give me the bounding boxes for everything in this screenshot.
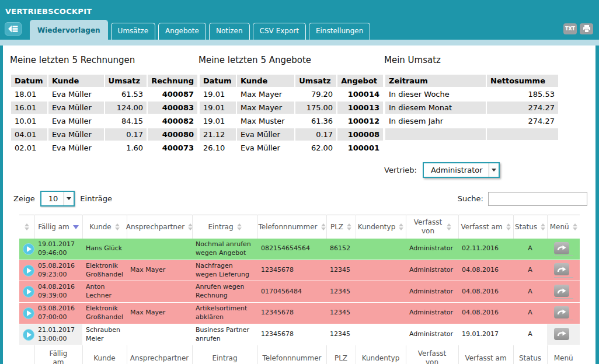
sort-icon <box>321 223 326 230</box>
collapse-icon <box>8 25 18 33</box>
table-row: In dieser Woche185.53 <box>385 88 558 100</box>
expand-row-button[interactable] <box>23 329 34 341</box>
table-row <box>385 128 558 140</box>
redo-arrow-icon <box>557 330 566 337</box>
footer-verfasst-am: Verfasst am <box>458 345 513 364</box>
app-root: { "app": { "title": "VERTRIEBSCOCKPIT" }… <box>0 0 599 364</box>
col-datum: Datum <box>200 75 236 87</box>
footer-expand <box>19 345 34 364</box>
redo-arrow-icon <box>557 309 566 316</box>
table-row: 19.01.201709:46:00 Hans Glück Nochmal an… <box>19 239 580 260</box>
row-menu-button[interactable] <box>554 242 569 254</box>
table-row: 21.01.201713:00:00 Schrauben Meier Busin… <box>19 324 580 345</box>
panel-title-offers: Meine letzten 5 Angebote <box>198 55 384 65</box>
table-row: 19.01Max Mayer79.20100014 <box>200 88 383 100</box>
panel-my-revenue: Mein Umsatz Zeitraum Nettosumme In diese… <box>384 52 590 178</box>
col-header-ansprechpartner[interactable]: Ansprechpartner <box>127 215 192 239</box>
tab-list: Wiedervorlagen Umsätze Angebote Notizen … <box>30 20 370 40</box>
revenue-table: Zeitraum Nettosumme In dieser Woche185.5… <box>384 74 559 154</box>
table-row: 04.01Eva Müller0.17400080 <box>11 128 197 141</box>
entries-label: Einträge <box>80 194 112 203</box>
main-table-footer-row: Fällig am Kunde Ansprechpartner Eintrag … <box>19 345 580 364</box>
page-size-select[interactable]: 10 <box>40 191 75 206</box>
invoices-table: Datum Kunde Umsatz Rechnung 18.01Eva Mül… <box>10 74 198 155</box>
sort-icon <box>237 223 242 230</box>
txt-export-button[interactable]: TXT <box>563 23 577 34</box>
col-header-kundentyp[interactable]: Kundentyp <box>356 215 406 239</box>
search-input[interactable] <box>488 192 587 206</box>
expand-row-button[interactable] <box>23 286 34 298</box>
table-row: 05.08.201609:23:00 Elektronik Großhandel… <box>19 260 580 281</box>
collapse-sidebar-button[interactable] <box>5 22 22 36</box>
row-menu-button[interactable] <box>554 306 569 318</box>
footer-plz: PLZ <box>326 345 356 364</box>
panel-last-invoices: Meine letzten 5 Rechnungen Datum Kunde U… <box>10 52 198 178</box>
printer-icon <box>583 25 591 33</box>
tab-notizen[interactable]: Notizen <box>209 23 250 40</box>
col-kunde: Kunde <box>48 75 104 87</box>
row-menu-button[interactable] <box>554 285 569 297</box>
wiedervorlagen-table: Fällig am Kunde Ansprechpartner Eintrag … <box>19 215 580 364</box>
col-angebot: Angebot <box>337 75 383 87</box>
tab-angebote[interactable]: Angebote <box>158 23 206 40</box>
footer-verfasst-von: Verfasst von <box>406 345 458 364</box>
table-row: 26.10Eva Müller62.00100001 <box>200 142 383 154</box>
play-icon <box>27 268 32 274</box>
offers-table: Datum Kunde Umsatz Angebot 19.01Max Maye… <box>198 74 384 155</box>
col-header-menue[interactable]: Menü <box>547 215 580 239</box>
expand-row-button[interactable] <box>23 265 34 276</box>
sort-icon <box>115 223 120 230</box>
tab-einstellungen[interactable]: Einstellungen <box>309 23 370 40</box>
footer-ansprechpartner: Ansprechpartner <box>127 345 192 364</box>
play-icon <box>27 310 32 316</box>
redo-arrow-icon <box>557 288 566 295</box>
col-header-kunde[interactable]: Kunde <box>82 215 127 239</box>
tab-bar: Wiedervorlagen Umsätze Angebote Notizen … <box>0 18 599 40</box>
chevron-down-icon <box>489 163 499 177</box>
col-umsatz: Umsatz <box>295 75 336 87</box>
sort-icon <box>347 223 351 230</box>
col-header-verfasst-am[interactable]: Verfasst am <box>458 215 513 239</box>
col-rechnung: Rechnung <box>148 75 197 87</box>
col-nettosumme: Nettosumme <box>487 75 558 87</box>
table-row: 03.08.201607:00:00 Elektronik Großhandel… <box>19 303 580 324</box>
tab-csv-export[interactable]: CSV Export <box>253 23 306 40</box>
col-header-faellig-am[interactable]: Fällig am <box>34 215 82 239</box>
tab-strip <box>0 40 599 46</box>
sort-icon <box>188 223 193 230</box>
top-bar: VERTRIEBSCOCKPIT <box>0 0 599 18</box>
table-header-row: Zeitraum Nettosumme <box>385 75 558 87</box>
redo-arrow-icon <box>557 266 566 273</box>
col-header-telefonnummer[interactable]: Telefonnnummer <box>257 215 326 239</box>
play-icon <box>27 332 32 338</box>
tab-umsaetze[interactable]: Umsätze <box>111 23 155 40</box>
vertrieb-select[interactable]: Administrator <box>423 162 500 178</box>
table-row: 16.01Eva Müller124.00400083 <box>11 102 197 114</box>
expand-row-button[interactable] <box>23 307 34 319</box>
search-controls: Suche: <box>458 192 587 206</box>
sort-icon <box>506 223 511 230</box>
col-header-eintrag[interactable]: Eintrag <box>192 215 257 239</box>
redo-arrow-icon <box>557 244 566 251</box>
print-button[interactable] <box>580 23 593 34</box>
row-menu-button[interactable] <box>554 263 569 275</box>
summary-panels: Meine letzten 5 Rechnungen Datum Kunde U… <box>10 52 590 178</box>
col-header-expand[interactable] <box>19 215 34 239</box>
sort-icon <box>541 223 545 230</box>
vertrieb-row: Vertrieb: Administrator <box>384 162 590 178</box>
row-menu-button[interactable] <box>554 328 569 340</box>
col-kunde: Kunde <box>237 75 294 87</box>
footer-kundentyp: Kundentyp <box>356 345 406 364</box>
col-header-status[interactable]: Status <box>513 215 547 239</box>
panel-title-revenue: Mein Umsatz <box>384 55 590 65</box>
tab-wiedervorlagen[interactable]: Wiedervorlagen <box>30 20 108 40</box>
expand-row-button[interactable] <box>23 243 34 255</box>
col-header-verfasst-von[interactable]: Verfasst von <box>406 215 458 239</box>
table-row: In diesem Monat274.27 <box>385 102 558 114</box>
play-icon <box>27 246 32 252</box>
txt-icon: TXT <box>565 26 575 32</box>
footer-status: Status <box>513 345 547 364</box>
col-zeitraum: Zeitraum <box>385 75 486 87</box>
table-row: 21.12Eva Müller0.17100008 <box>200 128 383 141</box>
col-header-plz[interactable]: PLZ <box>326 215 356 239</box>
